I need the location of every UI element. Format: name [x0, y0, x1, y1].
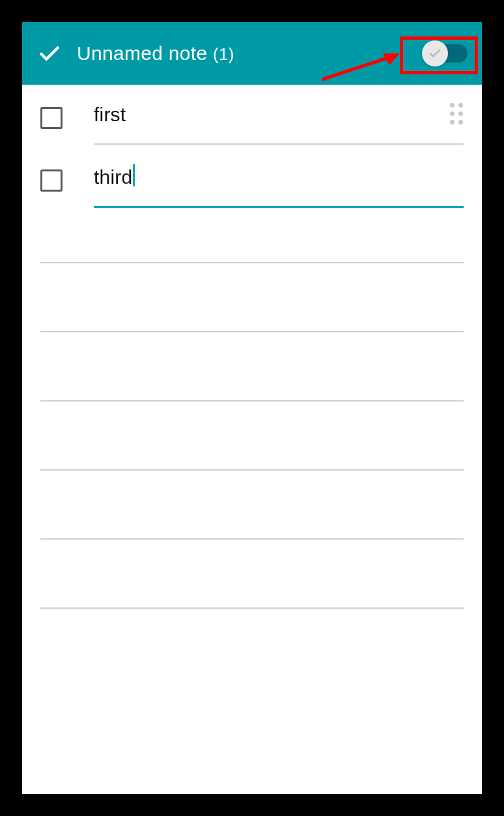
- empty-line[interactable]: [40, 262, 464, 263]
- empty-line[interactable]: [40, 469, 464, 471]
- checklist-mode-toggle[interactable]: [409, 38, 470, 68]
- app-frame: Unnamed note (1) first: [22, 22, 482, 794]
- check-icon: [427, 46, 443, 61]
- confirm-button[interactable]: [34, 38, 65, 69]
- item-text-field[interactable]: third: [94, 160, 464, 208]
- item-text: first: [94, 102, 464, 128]
- toggle-thumb: [422, 40, 448, 66]
- list-item: third: [40, 160, 464, 223]
- field-underline: [94, 206, 464, 208]
- title-text: Unnamed note: [77, 42, 207, 64]
- empty-line[interactable]: [40, 607, 464, 609]
- list-item: first: [40, 98, 464, 160]
- title-count: (1): [213, 44, 234, 64]
- empty-lines: [22, 262, 482, 609]
- empty-line[interactable]: [40, 400, 464, 401]
- empty-line[interactable]: [40, 331, 464, 332]
- text-cursor: [133, 164, 135, 186]
- app-header: Unnamed note (1): [22, 22, 482, 85]
- check-icon: [37, 41, 62, 66]
- item-checkbox[interactable]: [40, 107, 63, 129]
- item-text-field[interactable]: first: [94, 98, 464, 145]
- field-underline: [94, 143, 464, 145]
- checklist: first third: [22, 85, 482, 223]
- item-checkbox[interactable]: [40, 169, 63, 192]
- note-title[interactable]: Unnamed note (1): [77, 42, 409, 65]
- empty-line[interactable]: [40, 538, 464, 540]
- item-text: third: [94, 164, 464, 190]
- drag-handle-icon[interactable]: [447, 104, 466, 124]
